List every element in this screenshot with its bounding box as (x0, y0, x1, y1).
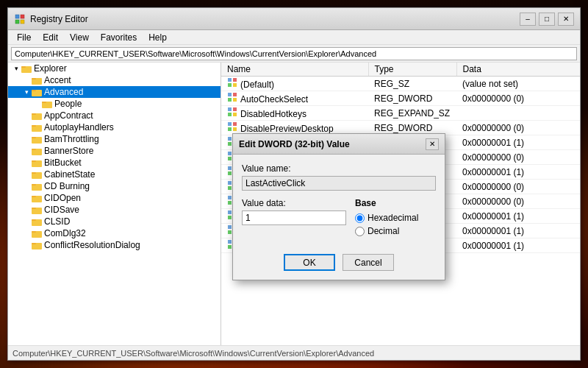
radio-decimal-input[interactable] (355, 227, 365, 236)
radio-hexadecimal[interactable]: Hexadecimal (355, 213, 436, 223)
edit-dword-dialog: Edit DWORD (32-bit) Value ✕ Value name: … (232, 133, 445, 280)
radio-decimal[interactable]: Decimal (355, 226, 436, 236)
ok-button[interactable]: OK (284, 254, 335, 271)
base-area: Base Hexadecimal Decimal (355, 198, 436, 239)
dialog-title: Edit DWORD (32-bit) Value (239, 139, 426, 149)
value-name-label: Value name: (242, 163, 436, 174)
value-data-row: Value data: Base Hexadecimal Decimal (242, 198, 436, 239)
dialog-title-bar: Edit DWORD (32-bit) Value ✕ (233, 134, 445, 155)
base-label: Base (355, 198, 436, 208)
registry-editor-window: Registry Editor – □ ✕ File Edit View Fav… (7, 7, 581, 361)
radio-decimal-label: Decimal (368, 226, 399, 236)
radio-hexadecimal-label: Hexadecimal (368, 213, 418, 223)
radio-hexadecimal-input[interactable] (355, 213, 365, 223)
value-data-label: Value data: (242, 198, 346, 208)
value-name-input (242, 176, 436, 191)
value-data-area: Value data: (242, 198, 346, 225)
value-data-input[interactable] (242, 210, 346, 225)
dialog-body: Value name: Value data: Base Hexadecimal (233, 155, 445, 248)
dialog-close-button[interactable]: ✕ (426, 138, 439, 150)
dialog-overlay: Edit DWORD (32-bit) Value ✕ Value name: … (8, 8, 580, 360)
dialog-buttons: OK Cancel (233, 248, 445, 280)
cancel-button[interactable]: Cancel (343, 254, 394, 271)
